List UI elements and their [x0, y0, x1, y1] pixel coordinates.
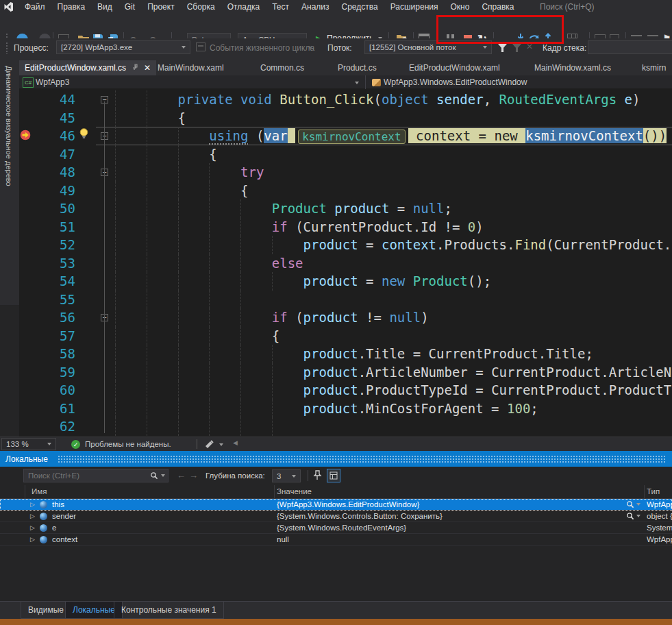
search-next-icon[interactable]: →	[189, 469, 198, 482]
scroll-left-icon[interactable]: ◀	[233, 439, 238, 446]
menu-item-Средства[interactable]: Средства	[336, 0, 384, 14]
line-number[interactable]: 56	[34, 308, 75, 327]
indent-guide	[272, 363, 273, 382]
project-dropdown[interactable]: WpfApp3	[36, 75, 69, 89]
line-number[interactable]: 61	[34, 400, 75, 418]
menu-item-Тест[interactable]: Тест	[266, 0, 295, 14]
line-number[interactable]: 55	[34, 291, 75, 309]
close-tab-icon[interactable]: ✕	[144, 64, 151, 72]
column-type[interactable]: Тип	[647, 485, 660, 498]
column-name[interactable]: Имя	[32, 485, 47, 498]
filter-flagged-icon[interactable]	[512, 44, 521, 52]
line-number[interactable]: 47	[34, 145, 75, 164]
line-number[interactable]: 60	[34, 381, 75, 400]
search-prev-icon[interactable]: ←	[177, 469, 186, 482]
locals-row-e[interactable]: ▷e{System.Windows.RoutedEventArgs}System…	[0, 522, 672, 534]
code-line-52: 52product = context.Products.Find(Curren…	[0, 236, 672, 254]
toolbar-grip[interactable]	[5, 42, 8, 54]
line-number[interactable]: 52	[34, 236, 75, 254]
expand-arrow-icon[interactable]: ▷	[30, 499, 35, 511]
tab-MainWindow.xaml.cs[interactable]: MainWindow.xaml.cs	[534, 60, 611, 75]
indent-guide	[147, 199, 147, 218]
tab-Common.cs[interactable]: Common.cs	[260, 60, 304, 75]
line-number[interactable]: 50	[34, 199, 75, 218]
column-value[interactable]: Значение	[277, 485, 312, 498]
stack-frame-dropdown[interactable]	[588, 40, 672, 54]
search-icon[interactable]	[150, 471, 158, 480]
locals-search-input[interactable]	[24, 471, 150, 480]
code-token: product	[303, 273, 358, 289]
menu-item-Анализ[interactable]: Анализ	[295, 0, 336, 14]
pin-values-icon[interactable]	[312, 470, 322, 480]
menu-item-Справка[interactable]: Справка	[475, 0, 520, 14]
line-number[interactable]: 58	[34, 345, 75, 363]
project-dropdown-icon[interactable]	[355, 82, 359, 84]
line-number[interactable]: 51	[34, 218, 75, 236]
tab-EditProductWindow.xaml[interactable]: EditProductWindow.xaml	[409, 60, 500, 75]
thread-dropdown[interactable]: [12552] Основной поток	[364, 40, 492, 54]
tab-editproductwindow-xaml-cs[interactable]: EditProductWindow.xaml.cs ✕	[19, 60, 156, 75]
expand-arrow-icon[interactable]: ▷	[30, 511, 35, 522]
menu-item-Вид[interactable]: Вид	[91, 0, 119, 14]
locals-window-titlebar[interactable]: Локальные	[0, 451, 672, 467]
code-token: product	[303, 382, 358, 397]
quick-search-box[interactable]: Поиск (Ctrl+Q)	[540, 0, 595, 14]
code-cleanup-brush-icon[interactable]	[205, 440, 214, 449]
line-number[interactable]: 57	[34, 327, 75, 345]
menu-item-Сборка[interactable]: Сборка	[181, 0, 221, 14]
magnifier-visualizer-icon[interactable]	[626, 512, 640, 520]
line-number[interactable]: 48	[34, 163, 75, 182]
menu-item-Отладка[interactable]: Отладка	[221, 0, 266, 14]
class-dropdown[interactable]: WpfApp3.Windows.EditProductWindow	[384, 75, 527, 89]
line-number[interactable]: 62	[34, 417, 75, 436]
menu-item-Правка[interactable]: Правка	[51, 0, 92, 14]
lightbulb-suggestion-icon[interactable]	[78, 127, 90, 143]
bottom-tab-Видимые[interactable]: Видимые	[21, 602, 71, 619]
tab-Product.cs[interactable]: Product.cs	[338, 60, 377, 75]
expand-arrow-icon[interactable]: ▷	[30, 534, 35, 546]
menu-item-Git[interactable]: Git	[119, 0, 141, 14]
zoom-dropdown[interactable]: 133 %	[1, 438, 56, 450]
indent-guide	[115, 363, 116, 382]
line-number[interactable]: 54	[34, 272, 75, 291]
breakpoint-current-statement-icon[interactable]	[20, 130, 31, 143]
show-visualizer-toggle[interactable]	[327, 469, 340, 482]
clear-filter-icon[interactable]: ✕	[526, 42, 533, 51]
code-text: {	[209, 145, 216, 164]
indent-guide	[115, 291, 116, 309]
tab-MainWindow.xaml[interactable]: MainWindow.xaml	[158, 60, 224, 75]
line-number[interactable]: 53	[34, 254, 75, 273]
tab-dynamic-visual-tree[interactable]: Динамическое визуальное дерево	[0, 60, 19, 305]
magnifier-visualizer-icon[interactable]	[626, 500, 640, 508]
code-token: {	[209, 147, 216, 162]
locals-row-sender[interactable]: ▷sender{System.Windows.Controls.Button: …	[0, 511, 672, 522]
search-options-dropdown[interactable]	[161, 474, 165, 477]
menu-item-Окно[interactable]: Окно	[444, 0, 475, 14]
line-number[interactable]: 59	[34, 363, 75, 382]
locals-table-header[interactable]: Имя Значение Тип	[0, 485, 672, 499]
pin-tab-icon[interactable]	[132, 64, 138, 72]
line-number[interactable]: 45	[34, 109, 75, 127]
menu-item-Файл[interactable]: Файл	[18, 0, 51, 14]
line-number[interactable]: 44	[34, 90, 75, 109]
code-token: ,	[484, 92, 499, 107]
lifecycle-events-button[interactable]: События жизненного цикла	[210, 38, 314, 58]
code-token: product	[303, 346, 358, 361]
code-cleanup-dropdown[interactable]	[219, 443, 223, 446]
expand-arrow-icon[interactable]: ▷	[30, 522, 35, 534]
code-token: Title	[546, 346, 585, 361]
locals-search-box[interactable]	[23, 469, 169, 482]
process-dropdown[interactable]: [2720] WpfApp3.exe	[56, 40, 190, 54]
menu-item-Расширения[interactable]: Расширения	[384, 0, 445, 14]
line-number[interactable]: 49	[34, 182, 75, 200]
bottom-tab-Контрольные значения 1[interactable]: Контрольные значения 1	[114, 602, 224, 619]
filter-threads-icon[interactable]	[498, 44, 507, 52]
tab-ksmirn[interactable]: ksmirn	[642, 60, 666, 75]
locals-row-context[interactable]: ▷contextnullWpfApp	[0, 534, 672, 546]
line-number[interactable]: 46	[34, 127, 75, 145]
menu-item-Проект[interactable]: Проект	[141, 0, 181, 14]
search-depth-dropdown[interactable]: 3	[272, 469, 301, 482]
indent-guide	[115, 417, 116, 436]
locals-row-this[interactable]: ▷this{WpfApp3.Windows.EditProductWindow}…	[0, 499, 672, 511]
code-editor[interactable]: 44private void Button_Click(object sende…	[0, 89, 672, 437]
